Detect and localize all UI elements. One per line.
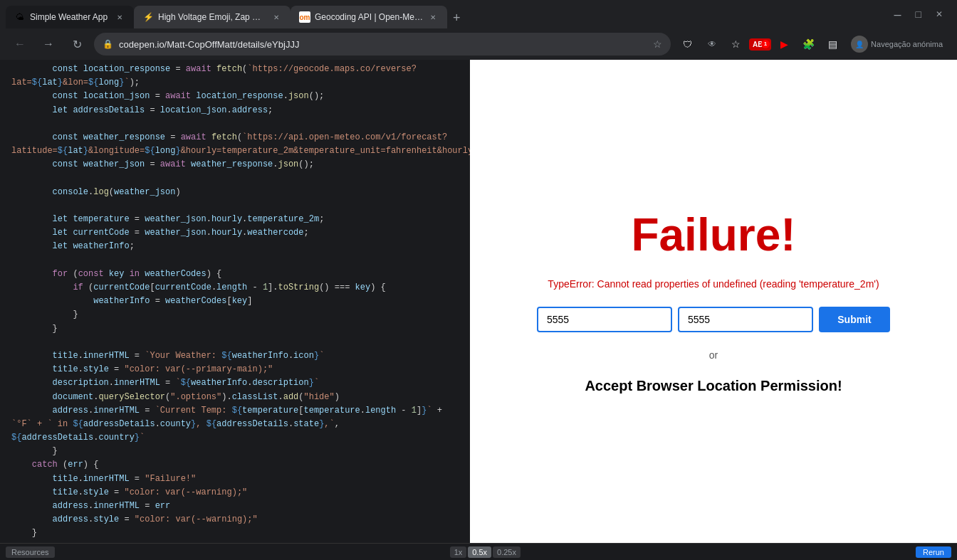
tab-2-favicon: ⚡ xyxy=(142,11,154,23)
close-button[interactable]: ✕ xyxy=(930,4,948,25)
code-line-34: address.style = "color: var(--warning);" xyxy=(0,513,470,527)
code-panel: const location_response = await fetch(`h… xyxy=(0,60,470,543)
tab-3-close[interactable]: ✕ xyxy=(427,12,439,23)
code-line-14: let weatherInfo; xyxy=(0,240,470,253)
address-text: codepen.io/Matt-CopOffMatt/details/eYbjJ… xyxy=(119,39,647,50)
code-line-10: console.log(weather_json) xyxy=(0,186,470,199)
tab-2-title: High Voltage Emoji, Zap Em... xyxy=(158,12,266,22)
code-line-3: const location_json = await location_res… xyxy=(0,90,470,103)
forward-button[interactable]: → xyxy=(37,33,60,56)
tab-2[interactable]: ⚡ High Voltage Emoji, Zap Em... ✕ xyxy=(134,6,291,28)
code-line-4: let addressDetails = location_json.addre… xyxy=(0,104,470,117)
code-line-8: const weather_json = await weather_respo… xyxy=(0,158,470,171)
input-row: Submit xyxy=(537,307,890,332)
shield-icon-btn[interactable]: 🛡 xyxy=(676,33,699,56)
code-line-1: const location_response = await fetch(`h… xyxy=(0,63,470,76)
refresh-button[interactable]: ↻ xyxy=(66,33,88,56)
abp-icon-btn[interactable]: ABP 1 xyxy=(749,38,771,51)
back-button[interactable]: ← xyxy=(9,33,31,56)
zoom-025x[interactable]: 0.25x xyxy=(493,546,521,558)
tab-3-title: Geocoding API | Open-Meteo.c... xyxy=(315,12,423,22)
bottom-left: Resources xyxy=(6,546,55,558)
code-line-24: description.innerHTML = `${weatherInfo.d… xyxy=(0,376,470,390)
code-line-35: } xyxy=(0,527,470,540)
error-message: TypeError: Cannot read properties of und… xyxy=(548,278,879,290)
code-line-29: } xyxy=(0,445,470,458)
profile-label: Navegação anónima xyxy=(871,40,943,48)
profile-avatar: 👤 xyxy=(851,36,868,53)
tab-1-favicon: 🌤 xyxy=(14,11,26,23)
code-line-9 xyxy=(0,172,470,186)
location-permission-label: Accept Browser Location Permission! xyxy=(585,378,842,394)
rerun-button[interactable]: Rerun xyxy=(916,546,951,558)
code-line-17: if (currentCode[currentCode.length - 1].… xyxy=(0,281,470,295)
minimize-button[interactable]: – xyxy=(889,4,907,25)
code-line-32: title.style = "color: var(--warning);" xyxy=(0,486,470,500)
code-line-2: lat=${lat}&lon=${long}`); xyxy=(0,76,470,90)
nav-right-icons: 🛡 👁 ☆ ABP 1 ▶ 🧩 ▤ 👤 Navegação anónima xyxy=(676,33,948,56)
code-line-20: } xyxy=(0,322,470,336)
tab-3-favicon: om xyxy=(299,11,310,23)
zoom-05x[interactable]: 0.5x xyxy=(468,546,491,558)
tab-2-close[interactable]: ✕ xyxy=(271,12,282,23)
star-icon-btn[interactable]: ☆ xyxy=(725,33,748,56)
window-controls: – □ ✕ xyxy=(889,4,951,25)
code-line-19: } xyxy=(0,308,470,322)
code-line-5 xyxy=(0,117,470,131)
tab-1-close[interactable]: ✕ xyxy=(114,12,125,23)
address-icons: ☆ xyxy=(653,38,662,50)
code-line-7: latitude=${lat}&longitude=${long}&hourly… xyxy=(0,144,470,158)
latitude-input[interactable] xyxy=(537,307,672,332)
code-line-12: let temperature = weather_json.hourly.te… xyxy=(0,213,470,226)
code-line-36: } xyxy=(0,541,470,543)
tab-1[interactable]: 🌤 Simple Weather App ✕ xyxy=(6,6,134,28)
failure-title: Failure! xyxy=(631,208,795,261)
bottom-bar: Resources 1x 0.5x 0.25x Rerun xyxy=(0,543,957,560)
code-line-25: document.querySelector(".options").class… xyxy=(0,391,470,404)
code-line-11 xyxy=(0,199,470,213)
preview-panel: Failure! TypeError: Cannot read properti… xyxy=(470,60,957,543)
abp-badge: 1 xyxy=(761,40,770,48)
eye-icon-btn[interactable]: 👁 xyxy=(701,33,723,56)
code-line-33: address.innerHTML = err xyxy=(0,500,470,513)
code-line-30: catch (err) { xyxy=(0,458,470,472)
zoom-1x[interactable]: 1x xyxy=(450,546,467,558)
code-line-6: const weather_response = await fetch(`ht… xyxy=(0,131,470,144)
tab-1-title: Simple Weather App xyxy=(30,12,110,22)
code-line-16: for (const key in weatherCodes) { xyxy=(0,268,470,281)
lock-icon: 🔒 xyxy=(103,39,113,49)
profile-button[interactable]: 👤 Navegação anónima xyxy=(845,33,948,56)
restore-button[interactable]: □ xyxy=(910,4,927,25)
code-line-21 xyxy=(0,336,470,349)
or-text: or xyxy=(709,349,718,361)
code-line-23: title.style = "color: var(--primary-main… xyxy=(0,363,470,376)
submit-button[interactable]: Submit xyxy=(819,307,890,332)
tab-3[interactable]: om Geocoding API | Open-Meteo.c... ✕ xyxy=(291,6,447,28)
nav-bar: ← → ↻ 🔒 codepen.io/Matt-CopOffMatt/detai… xyxy=(0,28,957,60)
extensions-icon-btn[interactable]: 🧩 xyxy=(797,33,820,56)
main-content: const location_response = await fetch(`h… xyxy=(0,60,957,543)
code-line-15 xyxy=(0,254,470,268)
youtube-icon-btn[interactable]: ▶ xyxy=(773,33,795,56)
bookmark-icon[interactable]: ☆ xyxy=(653,38,662,50)
code-line-18: weatherInfo = weatherCodes[key] xyxy=(0,295,470,308)
code-line-27: `°F` + ` in ${addressDetails.county}, ${… xyxy=(0,418,470,431)
code-line-22: title.innerHTML = `Your Weather: ${weath… xyxy=(0,349,470,363)
code-line-28: ${addressDetails.country}` xyxy=(0,431,470,445)
code-line-13: let currentCode = weather_json.hourly.we… xyxy=(0,226,470,240)
tab-bar: 🌤 Simple Weather App ✕ ⚡ High Voltage Em… xyxy=(6,0,883,28)
sidebar-icon-btn[interactable]: ▤ xyxy=(821,33,844,56)
new-tab-button[interactable]: + xyxy=(447,8,466,28)
address-bar[interactable]: 🔒 codepen.io/Matt-CopOffMatt/details/eYb… xyxy=(94,33,671,56)
zoom-controls: 1x 0.5x 0.25x xyxy=(450,546,521,558)
code-line-31: title.innerHTML = "Failure!" xyxy=(0,472,470,486)
resources-button[interactable]: Resources xyxy=(6,546,55,558)
longitude-input[interactable] xyxy=(678,307,813,332)
title-bar: 🌤 Simple Weather App ✕ ⚡ High Voltage Em… xyxy=(0,0,957,28)
code-line-26: address.innerHTML = `Current Temp: ${tem… xyxy=(0,404,470,418)
